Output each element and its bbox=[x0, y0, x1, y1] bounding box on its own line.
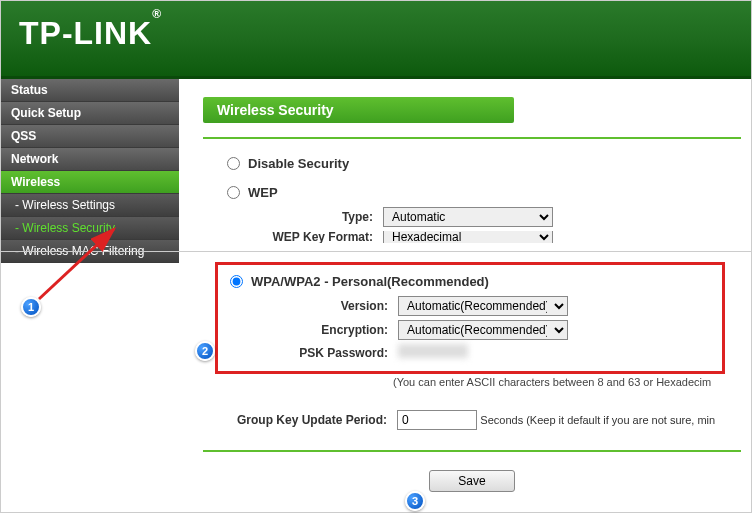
wep-type-select[interactable]: Automatic bbox=[383, 207, 553, 227]
wpa-personal-radio[interactable] bbox=[230, 275, 243, 288]
sidebar-item-quick-setup[interactable]: Quick Setup bbox=[1, 102, 179, 125]
disable-security-radio[interactable] bbox=[227, 157, 240, 170]
psk-hint: (You can enter ASCII characters between … bbox=[203, 376, 741, 388]
brand-logo: TP-LINK® bbox=[19, 15, 733, 52]
wep-radio[interactable] bbox=[227, 186, 240, 199]
sidebar-item-wireless[interactable]: Wireless bbox=[1, 171, 179, 194]
wpa-version-label: Version: bbox=[218, 299, 398, 313]
page-title: Wireless Security bbox=[203, 97, 514, 123]
psk-password-value bbox=[398, 344, 468, 358]
group-key-label: Group Key Update Period: bbox=[203, 413, 397, 427]
wep-type-label: Type: bbox=[203, 210, 383, 224]
annotation-marker-2: 2 bbox=[195, 341, 215, 361]
highlight-box: WPA/WPA2 - Personal(Recommended) Version… bbox=[215, 262, 725, 374]
group-key-hint: Seconds (Keep it default if you are not … bbox=[480, 414, 715, 426]
wpa-personal-label: WPA/WPA2 - Personal(Recommended) bbox=[251, 274, 489, 289]
sidebar-item-network[interactable]: Network bbox=[1, 148, 179, 171]
group-key-input[interactable] bbox=[397, 410, 477, 430]
sidebar-item-wireless-settings[interactable]: - Wireless Settings bbox=[1, 194, 179, 217]
sidebar-item-wireless-security[interactable]: - Wireless Security bbox=[1, 217, 179, 240]
wpa-version-select[interactable]: Automatic(Recommended) bbox=[398, 296, 568, 316]
save-button[interactable]: Save bbox=[429, 470, 514, 492]
divider bbox=[203, 137, 741, 139]
annotation-marker-3: 3 bbox=[405, 491, 425, 511]
header-banner: TP-LINK® bbox=[1, 1, 751, 79]
wep-keyfmt-select[interactable]: Hexadecimal bbox=[383, 231, 553, 243]
divider-bottom bbox=[203, 450, 741, 452]
sidebar-item-status[interactable]: Status bbox=[1, 79, 179, 102]
psk-password-label: PSK Password: bbox=[218, 346, 398, 360]
wep-label: WEP bbox=[248, 185, 278, 200]
wpa-encryption-select[interactable]: Automatic(Recommended) bbox=[398, 320, 568, 340]
page-title-wrap: Wireless Security bbox=[203, 97, 741, 123]
wep-keyfmt-label: WEP Key Format: bbox=[203, 231, 383, 243]
annotation-marker-1: 1 bbox=[21, 297, 41, 317]
sidebar-item-qss[interactable]: QSS bbox=[1, 125, 179, 148]
disable-security-label: Disable Security bbox=[248, 156, 349, 171]
wpa-encryption-label: Encryption: bbox=[218, 323, 398, 337]
sidebar-nav: Status Quick Setup QSS Network Wireless … bbox=[1, 79, 179, 263]
